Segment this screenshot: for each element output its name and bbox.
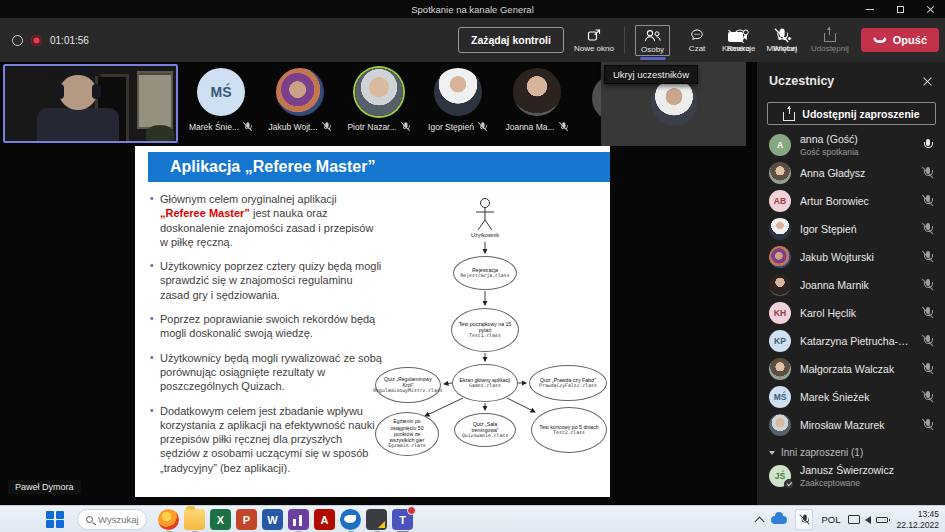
statistics-app-icon[interactable] — [288, 509, 309, 530]
mic-muted-icon — [922, 279, 933, 291]
participant-row[interactable]: Jakub Wojturski — [757, 243, 945, 271]
thumbnail-jakub[interactable]: Jakub Wojt... — [269, 68, 331, 133]
avatar-photo — [769, 414, 791, 436]
participant-name: Mirosław Mazurek — [800, 419, 913, 431]
microphone-button[interactable]: Mikrofon — [765, 27, 799, 53]
bullet-item: Głównym celem oryginalnej aplikacji „Ref… — [149, 192, 382, 249]
room-window — [137, 71, 173, 129]
participant-name: Katarzyna Pietrucha-Urbanik — [800, 335, 913, 347]
participant-row[interactable]: AB Artur Borowiec — [757, 187, 945, 215]
participant-row[interactable]: Małgorzata Walczak — [757, 355, 945, 383]
participant-subtitle: Gość spotkania — [800, 147, 859, 157]
thumbnail-name: Piotr Nazar... — [347, 122, 396, 132]
avatar-initials: KP — [769, 330, 791, 352]
hidden-icons-chevron[interactable] — [755, 516, 765, 526]
start-button[interactable] — [44, 509, 66, 531]
thunderbird-icon[interactable] — [340, 509, 361, 530]
maximize-button[interactable] — [885, 0, 915, 18]
excel-icon[interactable]: X — [210, 509, 231, 530]
shared-slide: Aplikacja „Referee Master” Głównym celem… — [135, 146, 610, 497]
camera-label: Kamera — [722, 44, 750, 53]
thumbnail-name: Jakub Wojt... — [269, 122, 318, 132]
others-invited-section[interactable]: Inni zaproszeni (1) — [757, 439, 945, 462]
thumbnail-marek[interactable]: MŚ Marek Śnie... — [190, 68, 252, 133]
powerpoint-icon[interactable]: P — [236, 509, 257, 530]
mic-on-icon — [922, 139, 933, 151]
minimize-button[interactable] — [855, 0, 885, 18]
participant-subtitle: Zaakceptowane — [800, 478, 860, 488]
participant-row[interactable]: KP Katarzyna Pietrucha-Urbanik — [757, 327, 945, 355]
node-quiz-krol: Quiz „Regulaminowy Król” RegulaminowyMis… — [375, 367, 441, 403]
participant-row[interactable]: Anna Gładysz — [757, 159, 945, 187]
taskbar-search[interactable] — [77, 509, 147, 530]
chat-icon — [690, 27, 704, 42]
participant-row[interactable]: Igor Stępień — [757, 215, 945, 243]
tray-mic-indicator[interactable] — [795, 509, 813, 530]
mic-muted-icon — [478, 122, 487, 132]
participant-row[interactable]: Joanna Marnik — [757, 271, 945, 299]
avatar-initials: AB — [769, 190, 791, 212]
people-active-indicator — [640, 57, 666, 60]
mic-muted-icon — [922, 251, 933, 263]
file-explorer-icon[interactable] — [184, 509, 205, 530]
window-controls — [855, 0, 945, 18]
notes-app-icon[interactable] — [366, 509, 387, 530]
clock[interactable]: 13:45 22.12.2022 — [896, 509, 939, 530]
battery-icon — [876, 517, 888, 523]
language-indicator[interactable]: POL — [821, 514, 840, 525]
mic-muted-icon — [922, 307, 933, 319]
speaker-icon — [865, 516, 871, 524]
participant-row[interactable]: KH Karol Hęclik — [757, 299, 945, 327]
hangup-icon — [873, 37, 887, 43]
highlight-text: „Referee Master” — [160, 207, 250, 219]
avatar-photo-speaking — [355, 68, 403, 116]
thumbnail-joanna[interactable]: Joanna Ma... — [506, 68, 568, 133]
person-body — [37, 108, 119, 143]
search-input[interactable] — [98, 514, 142, 525]
participant-row[interactable]: MŚ Marek Śnieżek — [757, 383, 945, 411]
share-invite-button[interactable]: Udostępnij zaproszenie — [767, 102, 936, 125]
participant-name: Anna Gładysz — [800, 167, 913, 179]
mic-muted-icon — [559, 122, 568, 132]
onedrive-icon[interactable] — [771, 516, 787, 524]
word-icon[interactable]: W — [262, 509, 283, 530]
participant-row[interactable]: Mirosław Mazurek — [757, 411, 945, 439]
panel-title: Uczestnicy — [769, 74, 834, 88]
meeting-info-icon[interactable] — [12, 35, 23, 46]
bullet-item: Dodatkowym celem jest zbadanie wpływu ko… — [149, 404, 382, 475]
new-window-button[interactable]: Nowe okno — [574, 27, 614, 53]
node-quiz-sala: Quiz „Sala treningowa” Quizowanie.class — [454, 413, 516, 447]
node-rejestracja: Rejestracja Rejestracja.class — [453, 256, 517, 290]
participant-name: Artur Borowiec — [800, 195, 913, 207]
camera-off-icon — [728, 27, 743, 42]
participant-name: Igor Stępień — [800, 223, 913, 235]
people-icon — [643, 28, 662, 43]
toolbar-right: Kamera Mikrofon Udostępnij Opuść — [719, 18, 939, 62]
mic-muted-icon — [776, 27, 787, 42]
leave-button[interactable]: Opuść — [861, 28, 939, 52]
mic-muted-icon — [922, 419, 933, 431]
people-button[interactable]: Osoby — [635, 25, 670, 56]
camera-button[interactable]: Kamera — [719, 27, 753, 53]
system-icons[interactable] — [848, 515, 888, 524]
participant-row[interactable]: A anna (Gość)Gość spotkania — [757, 131, 945, 159]
participant-name: anna (Gość) — [800, 133, 858, 145]
teams-icon[interactable]: T — [392, 509, 413, 530]
request-control-button[interactable]: Zażądaj kontroli — [458, 27, 564, 53]
close-panel-icon[interactable] — [922, 76, 933, 87]
mic-muted-icon — [243, 122, 252, 132]
thumbnail-igor[interactable]: Igor Stępień — [427, 68, 489, 133]
microphone-label: Mikrofon — [767, 44, 798, 53]
share-button[interactable]: Udostępnij — [811, 27, 849, 53]
invited-row[interactable]: JŚ Janusz ŚwierzowiczZaakceptowane — [757, 462, 945, 490]
chat-button[interactable]: Czat — [680, 27, 714, 53]
self-video-tile[interactable] — [3, 64, 178, 143]
thumbnail-name: Joanna Ma... — [505, 122, 554, 132]
avatar-initials: MŚ — [769, 386, 791, 408]
firefox-icon[interactable] — [158, 509, 179, 530]
acrobat-icon[interactable]: A — [314, 509, 335, 530]
close-button[interactable] — [915, 0, 945, 18]
mic-muted-icon — [322, 122, 331, 132]
thumbnail-piotr[interactable]: Piotr Nazar... — [348, 68, 410, 133]
actor-label: Użytkownik — [455, 232, 515, 238]
